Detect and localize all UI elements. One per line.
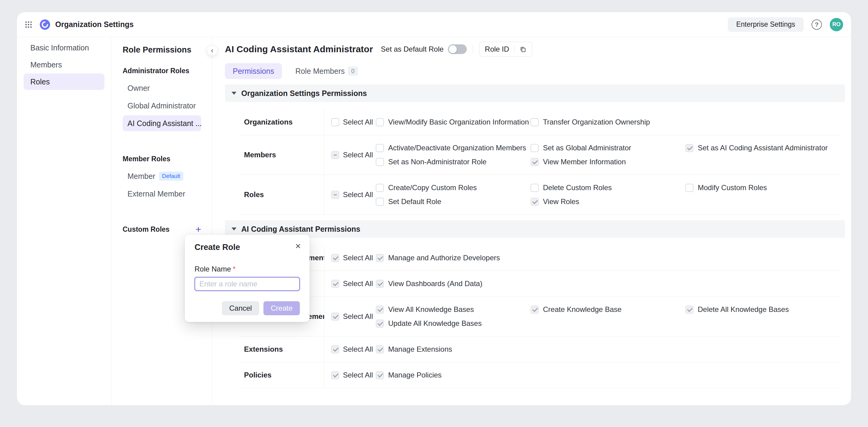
permission-row-dashboards: DashboardsSelect AllView Dashboards (And… [239,271,840,297]
permission-item-transfer-organization-ownership[interactable]: Transfer Organization Ownership [530,115,685,129]
tab-role-members[interactable]: Role Members0 [295,63,358,79]
permission-checkbox[interactable] [376,118,384,126]
permission-item-view-roles[interactable]: View Roles [530,195,685,209]
top-bar: Organization Settings Enterprise Setting… [17,12,851,37]
role-item-global-administrator[interactable]: Global Administrator [123,98,201,114]
role-item-external-member[interactable]: External Member [123,186,201,202]
tab-permissions[interactable]: Permissions [225,63,282,79]
permission-item-activate-deactivate-organization-members[interactable]: Activate/Deactivate Organization Members [376,141,530,155]
role-group-head-custom-roles: Custom Roles+ [123,225,201,233]
permission-checkbox[interactable] [376,280,384,288]
permission-item-view-member-information[interactable]: View Member Information [530,155,685,169]
add-custom-role-button[interactable]: + [195,225,201,233]
permission-item-create-knowledge-base[interactable]: Create Knowledge Base [530,303,685,316]
permission-checkbox[interactable] [530,184,539,192]
section-header-organization-settings-permissions[interactable]: Organization Settings Permissions [225,84,845,102]
copy-icon[interactable] [519,46,527,53]
permission-checkbox[interactable] [376,345,384,353]
role-group-heading: Administrator Roles [123,67,189,75]
permission-checkbox[interactable] [376,144,384,152]
sidebar-item-roles[interactable]: Roles [24,74,104,90]
enterprise-settings-button[interactable]: Enterprise Settings [728,17,804,32]
sidebar-item-members[interactable]: Members [24,56,104,73]
select-all-label[interactable]: Select All [343,279,373,288]
role-item-label: Member [127,172,155,181]
permission-checkbox[interactable] [685,306,693,314]
collapse-panel-button[interactable]: ‹ [207,45,218,56]
select-all-checkbox[interactable] [331,345,339,353]
tab-count-badge: 0 [348,66,358,76]
permission-item-set-as-non-administrator-role[interactable]: Set as Non-Administrator Role [376,155,530,169]
help-icon[interactable]: ? [811,20,822,30]
role-group-custom-roles: Custom Roles+ [123,225,201,233]
permission-item-delete-custom-roles[interactable]: Delete Custom Roles [530,181,685,195]
permission-item-create-copy-custom-roles[interactable]: Create/Copy Custom Roles [376,181,530,195]
select-all-checkbox[interactable] [331,118,339,126]
permission-checkbox[interactable] [530,118,539,126]
permission-item-view-all-knowledge-bases[interactable]: View All Knowledge Bases [376,303,530,316]
permission-item-label: View Dashboards (And Data) [388,279,482,288]
permission-item-view-modify-basic-organization-information[interactable]: View/Modify Basic Organization Informati… [376,115,530,129]
permission-checkbox[interactable] [376,184,384,192]
section-header-ai-coding-assistant-permissions[interactable]: AI Coding Assistant Permissions [225,220,845,238]
permission-checkbox[interactable] [685,144,693,152]
permission-item-label: View Member Information [543,158,626,166]
permission-checkbox[interactable] [530,144,539,152]
permission-checkbox[interactable] [376,198,384,206]
permission-item-modify-custom-roles[interactable]: Modify Custom Roles [685,181,840,195]
role-group-member-roles: Member RolesMemberDefaultExternal Member [123,155,201,202]
select-all-label[interactable]: Select All [343,371,373,379]
role-group-heading: Member Roles [123,155,170,163]
permission-checkbox[interactable] [376,371,384,379]
select-all-checkbox[interactable] [331,313,339,321]
permission-row-roles: RolesSelect AllCreate/Copy Custom RolesD… [239,175,840,215]
permission-checkbox[interactable] [376,319,384,328]
select-all-label[interactable]: Select All [343,312,373,321]
role-item-member[interactable]: MemberDefault [123,168,201,184]
permission-checkbox[interactable] [685,184,693,192]
permission-checkbox[interactable] [530,158,539,166]
permission-item-delete-all-knowledge-bases[interactable]: Delete All Knowledge Bases [685,303,840,316]
select-all-checkbox[interactable] [331,371,339,379]
app-logo-icon [39,19,51,30]
permission-checkbox[interactable] [376,254,384,262]
permission-item-view-dashboards-and-data[interactable]: View Dashboards (And Data) [376,277,530,291]
permission-item-set-default-role[interactable]: Set Default Role [376,195,530,209]
create-button[interactable]: Create [264,301,300,315]
permission-item-manage-policies[interactable]: Manage Policies [376,368,530,382]
select-all-checkbox[interactable] [331,191,339,199]
role-id-button[interactable]: Role ID [479,41,532,57]
avatar[interactable]: RO [830,18,843,31]
permission-item-update-all-knowledge-bases[interactable]: Update All Knowledge Bases [376,316,530,331]
permission-checkbox[interactable] [376,306,384,314]
role-name-input[interactable] [194,277,300,291]
role-item-ai-coding-assistant[interactable]: AI Coding Assistant ... [123,115,201,131]
permission-checkbox[interactable] [376,158,384,166]
permission-item-set-as-global-administrator[interactable]: Set as Global Administrator [530,141,685,155]
permission-item-label: Delete Custom Roles [543,183,612,192]
select-all-label[interactable]: Select All [343,191,373,199]
permission-item-set-as-ai-coding-assistant-administrator[interactable]: Set as AI Coding Assistant Administrator [685,141,840,155]
top-bar-right: Enterprise Settings ? RO [728,17,843,32]
permission-items: Create/Copy Custom RolesDelete Custom Ro… [376,175,840,215]
permission-checkbox[interactable] [530,306,539,314]
select-all-checkbox[interactable] [331,151,339,159]
default-role-toggle[interactable] [448,44,467,54]
permission-row-policies: PoliciesSelect AllManage Policies [239,362,840,388]
select-all-label[interactable]: Select All [343,254,373,262]
select-all-label[interactable]: Select All [343,345,373,353]
role-item-owner[interactable]: Owner [123,80,201,96]
select-all-checkbox[interactable] [331,280,339,288]
permission-item-manage-extensions[interactable]: Manage Extensions [376,342,530,356]
permission-checkbox[interactable] [530,198,539,206]
permission-item-manage-and-authorize-developers[interactable]: Manage and Authorize Developers [376,251,530,265]
close-icon[interactable]: ✕ [295,242,301,251]
select-all-label[interactable]: Select All [343,151,373,159]
permission-category: Organizations [239,109,324,135]
cancel-button[interactable]: Cancel [222,301,259,315]
select-all-label[interactable]: Select All [343,118,373,126]
select-all-checkbox[interactable] [331,254,339,262]
sidebar-item-basic-information[interactable]: Basic Information [24,39,104,56]
app-grid-icon[interactable] [24,20,33,29]
permission-section-organization-settings-permissions: Organization Settings PermissionsOrganiz… [225,84,845,215]
